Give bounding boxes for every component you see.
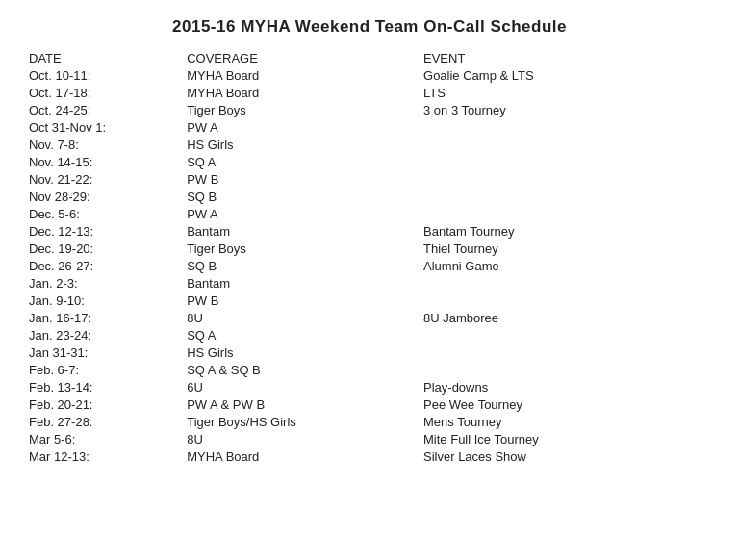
cell-event (423, 118, 710, 136)
cell-date: Oct. 17-18: (29, 84, 187, 101)
cell-event: Mens Tourney (423, 413, 710, 430)
cell-date: Jan. 2-3: (29, 274, 187, 292)
cell-date: Nov. 14-15: (29, 153, 187, 170)
header-event: EVENT (423, 50, 710, 66)
cell-date: Jan. 16-17: (29, 309, 187, 326)
table-header-row: DATE COVERAGE EVENT (29, 50, 710, 66)
cell-event (423, 292, 710, 309)
cell-coverage: SQ A (187, 153, 423, 170)
table-row: Jan. 9-10:PW B (29, 292, 710, 309)
page: 2015-16 MYHA Weekend Team On-Call Schedu… (0, 0, 739, 560)
table-row: Nov 28-29:SQ B (29, 188, 710, 205)
cell-coverage: Tiger Boys (187, 101, 423, 118)
cell-event: Silver Laces Show (423, 447, 710, 465)
header-coverage: COVERAGE (187, 50, 423, 66)
cell-date: Mar 12-13: (29, 447, 187, 465)
cell-date: Jan. 9-10: (29, 292, 187, 309)
header-date: DATE (29, 50, 187, 66)
cell-date: Nov. 21-22: (29, 170, 187, 188)
cell-date: Dec. 5-6: (29, 205, 187, 222)
cell-coverage: SQ B (187, 257, 423, 274)
table-row: Mar 12-13:MYHA BoardSilver Laces Show (29, 447, 710, 465)
cell-event: Thiel Tourney (423, 240, 710, 257)
cell-date: Dec. 12-13: (29, 222, 187, 240)
cell-coverage: 8U (187, 309, 423, 326)
cell-event (423, 188, 710, 205)
table-row: Dec. 19-20:Tiger BoysThiel Tourney (29, 240, 710, 257)
cell-coverage: Tiger Boys (187, 240, 423, 257)
table-row: Jan 31-31:HS Girls (29, 344, 710, 361)
cell-event (423, 361, 710, 378)
cell-coverage: SQ A & SQ B (187, 361, 423, 378)
table-row: Feb. 6-7:SQ A & SQ B (29, 361, 710, 378)
cell-event: Alumni Game (423, 257, 710, 274)
cell-date: Jan. 23-24: (29, 326, 187, 344)
cell-date: Nov. 7-8: (29, 136, 187, 153)
cell-coverage: HS Girls (187, 344, 423, 361)
table-row: Dec. 26-27:SQ BAlumni Game (29, 257, 710, 274)
cell-coverage: Bantam (187, 222, 423, 240)
cell-date: Mar 5-6: (29, 430, 187, 447)
cell-event (423, 274, 710, 292)
cell-event: Play-downs (423, 378, 710, 395)
cell-coverage: PW B (187, 292, 423, 309)
cell-event (423, 136, 710, 153)
table-row: Mar 5-6:8UMite Full Ice Tourney (29, 430, 710, 447)
cell-coverage: MYHA Board (187, 66, 423, 84)
table-row: Nov. 7-8:HS Girls (29, 136, 710, 153)
cell-date: Dec. 26-27: (29, 257, 187, 274)
cell-coverage: MYHA Board (187, 84, 423, 101)
cell-date: Oct 31-Nov 1: (29, 118, 187, 136)
table-row: Jan. 2-3:Bantam (29, 274, 710, 292)
table-row: Oct. 10-11:MYHA BoardGoalie Camp & LTS (29, 66, 710, 84)
table-row: Oct. 24-25:Tiger Boys3 on 3 Tourney (29, 101, 710, 118)
table-row: Feb. 27-28:Tiger Boys/HS GirlsMens Tourn… (29, 413, 710, 430)
cell-event (423, 153, 710, 170)
cell-coverage: MYHA Board (187, 447, 423, 465)
cell-date: Dec. 19-20: (29, 240, 187, 257)
schedule-table: DATE COVERAGE EVENT Oct. 10-11:MYHA Boar… (29, 50, 710, 465)
cell-date: Nov 28-29: (29, 188, 187, 205)
cell-event (423, 205, 710, 222)
cell-event: Mite Full Ice Tourney (423, 430, 710, 447)
table-row: Oct. 17-18:MYHA BoardLTS (29, 84, 710, 101)
cell-coverage: Bantam (187, 274, 423, 292)
table-row: Jan. 23-24:SQ A (29, 326, 710, 344)
cell-date: Jan 31-31: (29, 344, 187, 361)
cell-coverage: PW A (187, 118, 423, 136)
table-row: Feb. 13-14:6UPlay-downs (29, 378, 710, 395)
cell-date: Feb. 13-14: (29, 378, 187, 395)
cell-event: 3 on 3 Tourney (423, 101, 710, 118)
cell-event (423, 326, 710, 344)
cell-event: LTS (423, 84, 710, 101)
cell-coverage: SQ B (187, 188, 423, 205)
table-row: Jan. 16-17:8U8U Jamboree (29, 309, 710, 326)
cell-event: Pee Wee Tourney (423, 395, 710, 413)
cell-event: Goalie Camp & LTS (423, 66, 710, 84)
cell-date: Oct. 24-25: (29, 101, 187, 118)
table-row: Dec. 12-13:BantamBantam Tourney (29, 222, 710, 240)
page-title: 2015-16 MYHA Weekend Team On-Call Schedu… (29, 17, 710, 37)
cell-coverage: SQ A (187, 326, 423, 344)
table-row: Feb. 20-21:PW A & PW BPee Wee Tourney (29, 395, 710, 413)
cell-coverage: 6U (187, 378, 423, 395)
cell-date: Feb. 6-7: (29, 361, 187, 378)
table-row: Nov. 14-15:SQ A (29, 153, 710, 170)
cell-coverage: 8U (187, 430, 423, 447)
cell-event (423, 344, 710, 361)
cell-coverage: PW A (187, 205, 423, 222)
cell-coverage: PW A & PW B (187, 395, 423, 413)
cell-event: Bantam Tourney (423, 222, 710, 240)
cell-date: Oct. 10-11: (29, 66, 187, 84)
cell-event (423, 170, 710, 188)
cell-coverage: PW B (187, 170, 423, 188)
table-row: Nov. 21-22:PW B (29, 170, 710, 188)
cell-date: Feb. 20-21: (29, 395, 187, 413)
cell-event: 8U Jamboree (423, 309, 710, 326)
table-row: Oct 31-Nov 1:PW A (29, 118, 710, 136)
cell-coverage: Tiger Boys/HS Girls (187, 413, 423, 430)
cell-coverage: HS Girls (187, 136, 423, 153)
table-row: Dec. 5-6:PW A (29, 205, 710, 222)
cell-date: Feb. 27-28: (29, 413, 187, 430)
